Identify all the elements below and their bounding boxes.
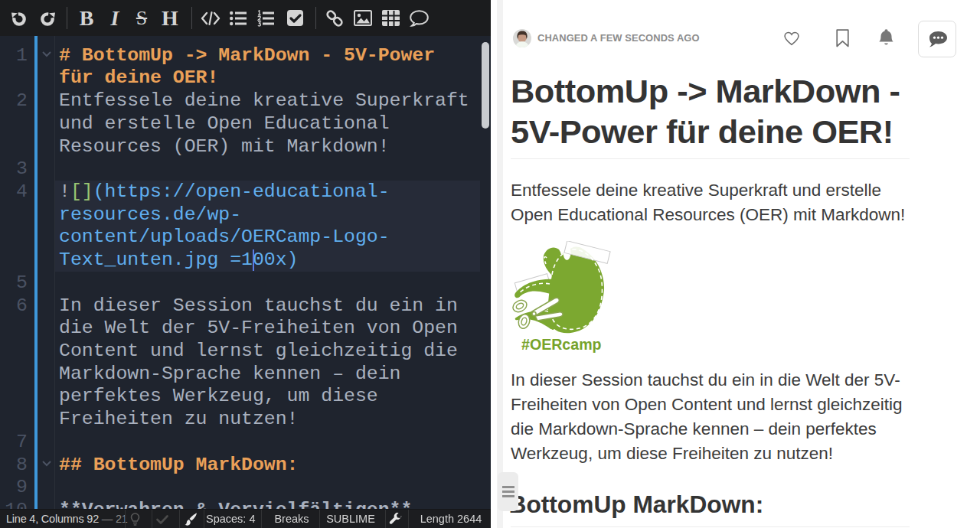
svg-text:#OERcamp: #OERcamp	[521, 336, 602, 353]
